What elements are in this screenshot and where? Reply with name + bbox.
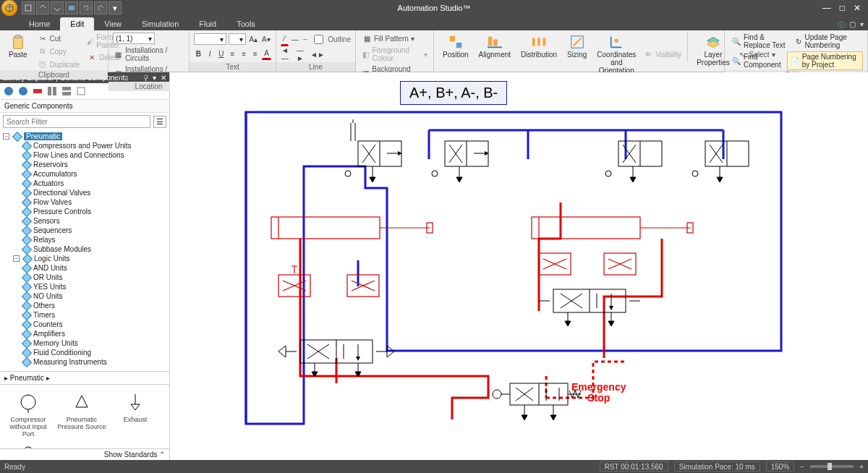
- search-input[interactable]: [3, 115, 150, 128]
- qat-button[interactable]: [65, 1, 78, 14]
- cell-combo[interactable]: (1, 1)▾: [113, 33, 155, 44]
- tree-node[interactable]: Reservoirs: [0, 160, 169, 169]
- maximize-button[interactable]: □: [840, 3, 845, 13]
- alignment-button[interactable]: Alignment: [475, 33, 515, 60]
- tool-icon[interactable]: [61, 85, 72, 97]
- paste-button[interactable]: Paste: [4, 33, 32, 70]
- tree-node[interactable]: Pressure Controls: [0, 207, 169, 216]
- tree-node[interactable]: Accumulators: [0, 169, 169, 179]
- tree-node[interactable]: Counters: [0, 320, 169, 329]
- font-combo[interactable]: ▾: [194, 33, 226, 45]
- find-replace-button[interactable]: 🔍Find & Replace Text: [729, 33, 790, 50]
- visibility-button[interactable]: 👁Visibility: [642, 48, 683, 60]
- tab-fluid[interactable]: Fluid: [189, 17, 226, 30]
- arrow-both-icon[interactable]: ◄►: [311, 48, 324, 61]
- outline-checkbox[interactable]: [314, 35, 323, 44]
- tool-icon[interactable]: [32, 85, 43, 97]
- tree-node[interactable]: −Pneumatic: [0, 132, 169, 141]
- search-options-icon[interactable]: ☰: [153, 116, 166, 128]
- tree-node[interactable]: −Logic Units: [0, 254, 169, 263]
- qat-button[interactable]: [51, 1, 64, 14]
- align-right-icon[interactable]: ≡: [251, 47, 260, 60]
- tree-node[interactable]: NO Units: [0, 291, 169, 301]
- arrow-end-icon[interactable]: —►: [296, 48, 309, 61]
- update-page-numbering-button[interactable]: ↻Update Page Numbering: [793, 33, 863, 50]
- tab-view[interactable]: View: [94, 17, 132, 30]
- drawing-canvas[interactable]: A+, B+, A-, B- EmergencyStop: [170, 72, 868, 460]
- qat-button[interactable]: [22, 1, 35, 14]
- tree-node[interactable]: Memory Units: [0, 338, 169, 348]
- coords-button[interactable]: Coordinates and Orientation: [592, 33, 640, 76]
- line-weight-icon[interactable]: —: [291, 33, 299, 46]
- duplicate-button[interactable]: ⿻Duplicate: [36, 59, 82, 70]
- tree-node[interactable]: AND Units: [0, 263, 169, 273]
- tool-icon[interactable]: [46, 85, 58, 97]
- tree-node[interactable]: Subbase Modules: [0, 244, 169, 254]
- shrink-font-icon[interactable]: A▾: [261, 33, 271, 46]
- tool-icon[interactable]: [75, 85, 87, 97]
- component-thumbnail[interactable]: Gas-Loaded Accumulator with…: [3, 441, 54, 448]
- tab-edit[interactable]: Edit: [60, 17, 94, 30]
- qat-button[interactable]: ▾: [109, 1, 122, 14]
- component-thumbnail[interactable]: Compressor without Input Port: [3, 389, 54, 438]
- tree-node[interactable]: Measuring Instruments: [0, 357, 169, 367]
- minimize-button[interactable]: —: [822, 3, 831, 13]
- collapse-ribbon-icon[interactable]: ▢: [849, 20, 856, 30]
- qat-button[interactable]: [80, 1, 93, 14]
- tree-node[interactable]: OR Units: [0, 273, 169, 282]
- close-button[interactable]: ✕: [854, 3, 861, 13]
- help-icon[interactable]: ⓘ: [838, 20, 845, 30]
- copy-button[interactable]: ⧉Copy: [36, 46, 82, 57]
- tree-node[interactable]: YES Units: [0, 282, 169, 291]
- ribbon-menu-icon[interactable]: ▾: [860, 20, 864, 30]
- tree-node[interactable]: Amplifiers: [0, 329, 169, 338]
- size-combo[interactable]: ▾: [229, 33, 246, 45]
- sizing-button[interactable]: Sizing: [563, 33, 591, 60]
- breadcrumb[interactable]: ▸ Pneumatic ▸: [0, 371, 169, 385]
- qat-button[interactable]: [94, 1, 107, 14]
- show-standards-button[interactable]: Show Standards: [104, 451, 157, 459]
- find-component-button[interactable]: 🔍Find Component: [729, 51, 784, 70]
- tool-icon[interactable]: [3, 85, 14, 97]
- fill-pattern-button[interactable]: ▦Fill Pattern ▾: [360, 33, 429, 44]
- tree-node[interactable]: Directional Valves: [0, 188, 169, 197]
- tree-node[interactable]: Flow Valves: [0, 197, 169, 207]
- tree-node[interactable]: Others: [0, 301, 169, 310]
- tab-tools[interactable]: Tools: [226, 17, 265, 30]
- page-numbering-project-button[interactable]: 📄Page Numbering by Project: [787, 51, 863, 70]
- fg-colour-button[interactable]: ◧Foreground Colour ▾: [360, 46, 429, 63]
- status-zoom[interactable]: 150%: [766, 461, 795, 472]
- tree-node[interactable]: Actuators: [0, 179, 169, 188]
- line-dash-icon[interactable]: ┄: [302, 33, 310, 46]
- chevron-up-icon[interactable]: ⌃: [159, 451, 165, 459]
- line-color-icon[interactable]: ∕: [281, 33, 289, 46]
- align-left-icon[interactable]: ≡: [228, 47, 237, 60]
- zoom-slider[interactable]: [810, 465, 854, 468]
- grow-font-icon[interactable]: A▴: [248, 33, 258, 46]
- cut-button[interactable]: ✂Cut: [36, 33, 82, 44]
- arrow-start-icon[interactable]: ◄—: [281, 48, 294, 61]
- tab-simulation[interactable]: Simulation: [132, 17, 189, 30]
- tree-node[interactable]: Timers: [0, 310, 169, 320]
- distribution-button[interactable]: Distribution: [516, 33, 561, 60]
- tree-node[interactable]: Compressors and Power Units: [0, 141, 169, 150]
- font-color-icon[interactable]: A: [262, 47, 271, 60]
- tab-home[interactable]: Home: [19, 17, 60, 30]
- component-thumbnail[interactable]: Pneumatic Pressure Source: [56, 389, 107, 438]
- component-thumbnail[interactable]: Exhaust: [110, 389, 161, 438]
- component-thumbnail[interactable]: Single-Acting Cylinder with Spri…: [110, 441, 161, 448]
- tree-node[interactable]: Sequencers: [0, 226, 169, 235]
- zoom-in-icon[interactable]: +: [859, 463, 864, 471]
- qat-button[interactable]: [36, 1, 49, 14]
- app-orb-button[interactable]: [1, 0, 17, 16]
- underline-icon[interactable]: U: [216, 47, 226, 60]
- tree-node[interactable]: Fluid Conditioning: [0, 348, 169, 357]
- component-thumbnail[interactable]: Single-Acting Cylinder: [56, 441, 107, 448]
- tool-icon[interactable]: [17, 85, 29, 97]
- italic-icon[interactable]: I: [205, 47, 215, 60]
- installations-button[interactable]: ▦Installations / Circuits: [113, 46, 184, 63]
- zoom-out-icon[interactable]: −: [800, 463, 804, 471]
- tree-node[interactable]: Sensors: [0, 216, 169, 226]
- tree-node[interactable]: Relays: [0, 235, 169, 244]
- position-button[interactable]: Position: [438, 33, 473, 60]
